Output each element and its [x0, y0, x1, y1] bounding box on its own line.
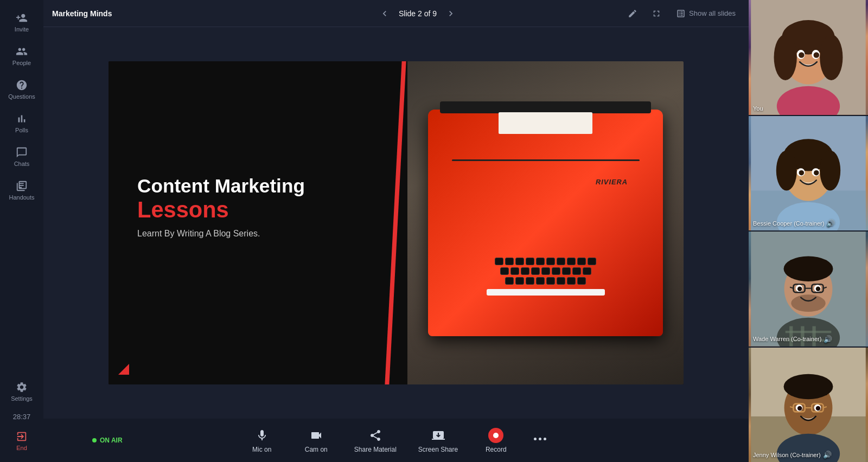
sidebar-item-polls[interactable]: Polls	[0, 106, 43, 140]
settings-icon	[16, 381, 28, 393]
slide-background-right: RIVIERA	[407, 61, 684, 384]
sidebar-item-invite-label: Invite	[15, 26, 29, 33]
screen-share-button[interactable]: Screen Share	[418, 428, 458, 453]
sidebar-item-people-label: People	[12, 60, 31, 66]
video-tile-bessie: Bessie Cooper (Co-trainer) 🔊	[749, 116, 868, 232]
sidebar-item-questions-label: Questions	[8, 93, 35, 100]
mic-icon-wrapper	[254, 428, 270, 443]
svg-point-26	[784, 256, 833, 281]
person-icon	[16, 46, 28, 57]
top-bar-actions: Show all slides	[624, 5, 740, 22]
sidebar-item-chats-label: Chats	[14, 161, 30, 167]
slide-area: RIVIERA Content Marketing Lessons Learnt…	[43, 27, 749, 419]
edit-button[interactable]	[624, 5, 641, 22]
svg-point-20	[799, 170, 805, 175]
sidebar: Invite People Questions Polls Chats Hand…	[0, 0, 43, 462]
sidebar-item-questions[interactable]: Questions	[0, 73, 43, 106]
end-label: End	[16, 445, 27, 451]
cam-button[interactable]: Cam on	[300, 428, 333, 453]
right-panel: You	[749, 0, 868, 462]
participant-label-jenny: Jenny Wilson (Co-trainer) 🔊	[753, 451, 832, 459]
fullscreen-button[interactable]	[648, 5, 665, 22]
show-all-slides-button[interactable]: Show all slides	[672, 5, 740, 22]
participant-name-wade: Wade Warren (Co-trainer)	[753, 336, 821, 342]
top-bar: Marketing Minds Slide 2 of 9	[43, 0, 749, 27]
video-tile-you: You	[749, 0, 868, 116]
bottom-bar: ON AIR Mic on Cam on	[43, 419, 749, 462]
svg-point-17	[820, 150, 840, 190]
slide-text: Content Marketing Lessons Learnt By Writ…	[137, 175, 305, 239]
show-all-slides-label: Show all slides	[689, 9, 736, 17]
video-feed-you	[749, 0, 868, 115]
sidebar-item-chats[interactable]: Chats	[0, 140, 43, 174]
svg-point-8	[799, 52, 805, 58]
record-icon-wrapper	[488, 428, 503, 443]
end-icon	[16, 431, 28, 442]
share-material-icon-wrapper	[368, 428, 383, 443]
more-dots-icon	[534, 438, 546, 440]
svg-point-56	[816, 406, 820, 410]
slide-subtitle: Learnt By Writing A Blog Series.	[137, 229, 305, 239]
video-tile-jenny: Jenny Wilson (Co-trainer) 🔊	[749, 348, 868, 463]
svg-point-16	[776, 150, 797, 190]
svg-point-36	[816, 287, 820, 291]
slide-title-main: Content Marketing	[137, 175, 305, 197]
participant-label-you: You	[753, 105, 763, 112]
record-dot-inner	[493, 433, 499, 438]
mic-label: Mic on	[252, 446, 271, 453]
record-dot	[488, 428, 503, 443]
slide-container: RIVIERA Content Marketing Lessons Learnt…	[108, 61, 684, 384]
cam-label: Cam on	[305, 446, 328, 453]
audio-icon-wade: 🔊	[824, 335, 832, 343]
end-button[interactable]: End	[13, 425, 30, 457]
mic-button[interactable]: Mic on	[246, 428, 278, 453]
participant-name-jenny: Jenny Wilson (Co-trainer)	[753, 452, 821, 458]
presentation-title: Marketing Minds	[52, 9, 112, 18]
svg-point-47	[784, 374, 833, 399]
screen-share-icon-wrapper	[431, 428, 446, 443]
mic-icon	[256, 429, 269, 442]
video-feed-jenny	[749, 348, 868, 463]
sidebar-settings-label: Settings	[11, 395, 33, 402]
main-content: Marketing Minds Slide 2 of 9	[43, 0, 749, 462]
on-air-badge: ON AIR	[92, 437, 123, 444]
slide-info: Slide 2 of 9	[399, 9, 437, 18]
record-label: Record	[486, 446, 507, 453]
on-air-dot	[92, 438, 97, 442]
slide-corner-marker	[118, 364, 129, 375]
person-add-icon	[16, 12, 28, 24]
cam-icon-wrapper	[309, 428, 324, 443]
prev-slide-button[interactable]	[377, 6, 392, 21]
svg-point-21	[814, 170, 819, 175]
svg-point-5	[820, 34, 843, 80]
participant-name-you: You	[753, 105, 763, 112]
video-feed-bessie	[749, 116, 868, 231]
sidebar-item-handouts[interactable]: Handouts	[0, 174, 43, 207]
share-material-button[interactable]: Share Material	[354, 428, 397, 453]
sidebar-item-invite[interactable]: Invite	[0, 5, 43, 39]
video-tile-wade: Wade Warren (Co-trainer) 🔊	[749, 232, 868, 348]
svg-point-55	[797, 406, 802, 410]
chat-icon	[16, 146, 28, 158]
sidebar-item-settings[interactable]: Settings	[8, 375, 35, 408]
svg-point-35	[797, 287, 802, 291]
participant-label-wade: Wade Warren (Co-trainer) 🔊	[753, 335, 832, 343]
record-button[interactable]: Record	[480, 428, 512, 453]
participant-label-bessie: Bessie Cooper (Co-trainer) 🔊	[753, 219, 835, 227]
svg-point-27	[791, 294, 825, 312]
bar-chart-icon	[16, 113, 28, 125]
share-material-icon	[369, 429, 382, 442]
question-icon	[16, 79, 28, 91]
more-button[interactable]	[534, 438, 546, 443]
cam-icon	[310, 429, 323, 442]
next-slide-button[interactable]	[443, 6, 458, 21]
screen-share-label: Screen Share	[418, 446, 458, 453]
svg-point-9	[814, 52, 820, 58]
slide-navigation: Slide 2 of 9	[377, 6, 458, 21]
share-material-label: Share Material	[354, 446, 397, 453]
audio-icon-bessie: 🔊	[826, 219, 835, 227]
session-timer: 28:37	[13, 408, 31, 425]
audio-icon-jenny: 🔊	[823, 451, 832, 459]
sidebar-item-handouts-label: Handouts	[9, 194, 34, 201]
sidebar-item-people[interactable]: People	[0, 39, 43, 73]
